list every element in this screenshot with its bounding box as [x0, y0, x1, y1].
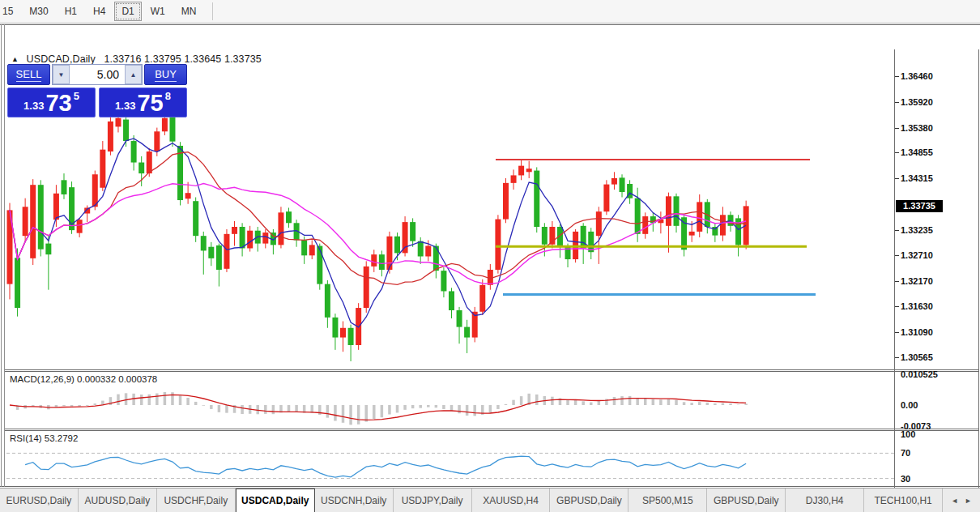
- timeframe-button-w1[interactable]: W1: [143, 2, 173, 21]
- rsi-axis-label: 70: [901, 448, 910, 458]
- tab-scroll-left-icon[interactable]: ◄: [951, 497, 958, 505]
- timeframe-button-m30[interactable]: M30: [22, 2, 55, 21]
- price-axis-label: 1.35920: [901, 97, 933, 107]
- rsi-axis-label: 100: [901, 429, 915, 439]
- mt4-window: 15M30H1H4D1W1MN ▲ USDCAD,Daily 1.33716 1…: [0, 0, 980, 512]
- volume-input[interactable]: 5.00: [70, 65, 125, 84]
- price-axis-label: 1.35380: [901, 123, 933, 133]
- price-axis-tick: [895, 76, 899, 77]
- volume-spinner: ▼ 5.00 ▲: [52, 64, 143, 85]
- rsi-label: RSI(14) 53.2792: [10, 433, 78, 443]
- price-axis-tick: [895, 306, 899, 307]
- price-axis-tick: [895, 357, 899, 358]
- chart-window: ▲ USDCAD,Daily 1.33716 1.33795 1.33645 1…: [0, 24, 980, 487]
- chart-tab-eurusd-daily[interactable]: EURUSD,Daily: [0, 489, 79, 512]
- price-axis-label: 1.34855: [901, 147, 933, 157]
- volume-increase-icon[interactable]: ▲: [125, 65, 142, 84]
- price-axis-label: 1.34315: [901, 173, 933, 183]
- price-axis-tick: [895, 128, 899, 129]
- sell-price-head: 1.33: [23, 100, 44, 112]
- price-axis-label: 1.32710: [901, 250, 933, 260]
- window-left-edge: [1, 24, 2, 487]
- window-right-border: [978, 49, 979, 512]
- timeframe-button-d1[interactable]: D1: [114, 2, 141, 21]
- one-click-trade-panel: SELL ▼ 5.00 ▲ BUY 1.33 73 5 1.33 75 8: [7, 64, 187, 117]
- tab-scroll-right-icon[interactable]: ►: [965, 497, 972, 505]
- macd-axis-label: 0.010525: [901, 369, 938, 379]
- macd-axis-label: 0.00: [901, 400, 918, 410]
- price-axis-tick: [895, 230, 899, 231]
- sell-price-big: 73: [45, 92, 71, 115]
- chart-tab-dj30-h4[interactable]: DJ30,H4: [786, 489, 864, 512]
- buy-price-box[interactable]: 1.33 75 8: [99, 87, 187, 117]
- toolbar-divider: [212, 2, 213, 20]
- sell-price-box[interactable]: 1.33 73 5: [7, 87, 96, 117]
- chart-tab-tech100-h1[interactable]: TECH100,H1: [864, 489, 943, 512]
- buy-price-big: 75: [137, 92, 163, 115]
- timeframe-button-mn[interactable]: MN: [174, 2, 204, 21]
- chart-tab-xauusd-h4[interactable]: XAUUSD,H4: [472, 489, 551, 512]
- macd-label: MACD(12,26,9) 0.000332 0.000378: [10, 374, 157, 384]
- timeframe-toolbar: 15M30H1H4D1W1MN: [0, 0, 980, 23]
- price-axis-tick: [895, 178, 899, 179]
- tab-scroll-arrows: ◄►: [943, 489, 980, 512]
- chart-tab-usdchf-daily[interactable]: USDCHF,Daily: [157, 489, 236, 512]
- price-axis-label: 1.33235: [901, 225, 933, 235]
- buy-price-head: 1.33: [115, 100, 135, 112]
- chart-tab-usdjpy-daily[interactable]: USDJPY,Daily: [394, 489, 472, 512]
- price-axis-tick: [895, 102, 899, 103]
- price-axis-label: 1.31630: [901, 301, 933, 311]
- price-axis-tick: [895, 332, 899, 333]
- timeframe-button-h4[interactable]: H4: [86, 2, 113, 21]
- timeframe-button-15[interactable]: 15: [0, 2, 20, 21]
- timeframe-button-h1[interactable]: H1: [58, 2, 84, 21]
- price-axis-label: 1.36460: [901, 71, 933, 81]
- chart-tab-usdcad-daily[interactable]: USDCAD,Daily: [236, 489, 315, 512]
- price-axis-tick: [895, 255, 899, 256]
- sell-price-pip: 5: [74, 90, 79, 102]
- chart-tab-audusd-daily[interactable]: AUDUSD,Daily: [79, 489, 157, 512]
- price-axis-label: 1.31090: [901, 327, 933, 337]
- price-axis-tick: [895, 281, 899, 282]
- chart-tab-gbpusd-daily[interactable]: GBPUSD,Daily: [707, 489, 786, 512]
- current-price-tag: 1.33735: [896, 200, 943, 212]
- chart-tab-sp500-m15[interactable]: SP500,M15: [628, 489, 707, 512]
- sell-button[interactable]: SELL: [7, 64, 50, 85]
- chart-tab-gbpusd-daily[interactable]: GBPUSD,Daily: [550, 489, 628, 512]
- price-axis-label: 1.32170: [901, 276, 933, 286]
- price-axis-tick: [895, 152, 899, 153]
- price-axis-label: 1.30565: [901, 352, 933, 362]
- chart-tab-bar: EURUSD,DailyAUDUSD,DailyUSDCHF,DailyUSDC…: [0, 488, 980, 512]
- volume-decrease-icon[interactable]: ▼: [53, 65, 70, 84]
- buy-price-pip: 8: [165, 90, 171, 102]
- window-left-edge-inner: [4, 24, 5, 487]
- chart-tab-usdcnh-daily[interactable]: USDCNH,Daily: [315, 489, 394, 512]
- rsi-axis-label: 30: [901, 474, 910, 484]
- buy-button[interactable]: BUY: [144, 64, 187, 85]
